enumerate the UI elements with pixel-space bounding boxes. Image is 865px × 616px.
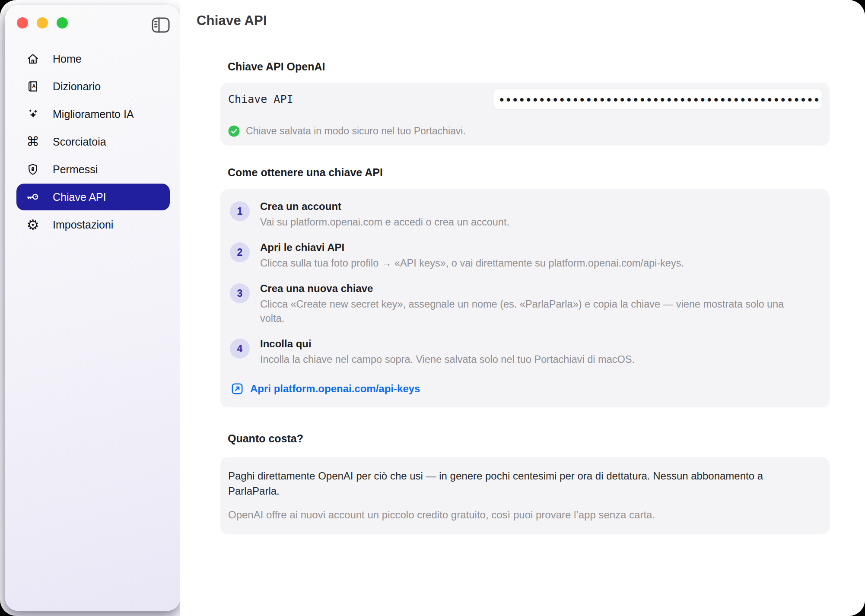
- step-title: Apri le chiavi API: [260, 241, 684, 254]
- sidebar-item-scorciatoia[interactable]: ⌘ Scorciatoia: [16, 128, 170, 155]
- external-link-icon: [231, 382, 244, 395]
- sidebar-item-label: Scorciatoia: [53, 136, 106, 148]
- minimize-button[interactable]: [37, 17, 48, 29]
- open-api-keys-link-label: Apri platform.openai.com/api-keys: [250, 383, 420, 395]
- step-number-badge: 2: [230, 242, 250, 262]
- sidebar-item-impostazioni[interactable]: ⚙ Impostazioni: [16, 211, 170, 238]
- howto-step-1: 1 Crea un account Vai su platform.openai…: [230, 200, 817, 229]
- sidebar-item-chiave-api[interactable]: Chiave API: [16, 184, 170, 210]
- gear-icon: ⚙: [26, 218, 40, 232]
- howto-section-heading: Come ottenere una chiave API: [228, 166, 830, 179]
- app-window: Home A Dizionario: [0, 0, 865, 616]
- main-content: Chiave API Chiave API OpenAI Chiave API …: [180, 0, 865, 616]
- cost-paragraph-primary: Paghi direttamente OpenAI per ciò che us…: [228, 468, 807, 499]
- success-check-icon: [228, 125, 240, 137]
- step-title: Crea un account: [260, 200, 509, 213]
- window-controls: [17, 17, 68, 29]
- api-key-card: Chiave API •••••••••••••••••••••••••••••…: [220, 83, 830, 146]
- step-title: Incolla qui: [260, 338, 635, 350]
- sparkles-icon: [26, 107, 40, 121]
- key-status-text: Chiave salvata in modo sicuro nel tuo Po…: [246, 125, 466, 137]
- key-icon: [26, 190, 40, 204]
- api-key-section-heading: Chiave API OpenAI: [228, 60, 830, 73]
- sidebar-item-home[interactable]: Home: [16, 45, 170, 72]
- sidebar-item-label: Home: [53, 53, 82, 65]
- step-description: Clicca «Create new secret key», assegnal…: [260, 297, 809, 326]
- sidebar-toggle-icon[interactable]: [151, 15, 171, 35]
- cost-paragraph-secondary: OpenAI offre ai nuovi account un piccolo…: [228, 507, 817, 522]
- step-description: Incolla la chiave nel campo sopra. Viene…: [260, 352, 635, 367]
- step-number-badge: 1: [230, 201, 250, 221]
- sidebar-item-label: Dizionario: [53, 80, 101, 93]
- step-description: Clicca sulla tua foto profilo → «API key…: [260, 256, 684, 270]
- sidebar-item-miglioramento-ia[interactable]: Miglioramento IA: [16, 101, 170, 127]
- home-icon: [26, 52, 40, 66]
- howto-step-2: 2 Apri le chiavi API Clicca sulla tua fo…: [230, 241, 817, 270]
- sidebar: Home A Dizionario: [5, 5, 180, 611]
- cost-section-heading: Quanto costa?: [228, 432, 830, 445]
- sidebar-item-label: Impostazioni: [53, 219, 113, 231]
- step-number-badge: 3: [230, 283, 250, 303]
- sidebar-nav: Home A Dizionario: [16, 45, 170, 239]
- dictionary-icon: A: [26, 79, 40, 93]
- sidebar-item-label: Chiave API: [53, 191, 106, 203]
- sidebar-item-dizionario[interactable]: A Dizionario: [16, 73, 170, 100]
- howto-step-3: 3 Crea una nuova chiave Clicca «Create n…: [230, 283, 817, 326]
- masked-api-key-value: ••••••••••••••••••••••••••••••••••••••••…: [499, 92, 821, 106]
- sidebar-item-permessi[interactable]: Permessi: [16, 156, 170, 183]
- step-description: Vai su platform.openai.com e accedi o cr…: [260, 215, 509, 229]
- shield-lock-icon: [26, 162, 40, 176]
- zoom-button[interactable]: [57, 17, 68, 29]
- howto-card: 1 Crea un account Vai su platform.openai…: [220, 189, 830, 407]
- svg-text:A: A: [32, 83, 35, 89]
- step-title: Crea una nuova chiave: [260, 283, 809, 295]
- cost-card: Paghi direttamente OpenAI per ciò che us…: [220, 457, 830, 534]
- api-key-row: Chiave API •••••••••••••••••••••••••••••…: [220, 83, 830, 116]
- sidebar-item-label: Miglioramento IA: [53, 108, 134, 121]
- open-api-keys-link[interactable]: Apri platform.openai.com/api-keys: [231, 382, 817, 395]
- api-key-input[interactable]: ••••••••••••••••••••••••••••••••••••••••…: [493, 89, 823, 110]
- step-number-badge: 4: [230, 339, 250, 359]
- howto-step-4: 4 Incolla qui Incolla la chiave nel camp…: [230, 338, 817, 367]
- sidebar-item-label: Permessi: [53, 163, 98, 176]
- api-key-field-label: Chiave API: [228, 93, 293, 105]
- key-status-row: Chiave salvata in modo sicuro nel tuo Po…: [220, 116, 830, 146]
- command-icon: ⌘: [26, 135, 40, 149]
- close-button[interactable]: [17, 17, 28, 29]
